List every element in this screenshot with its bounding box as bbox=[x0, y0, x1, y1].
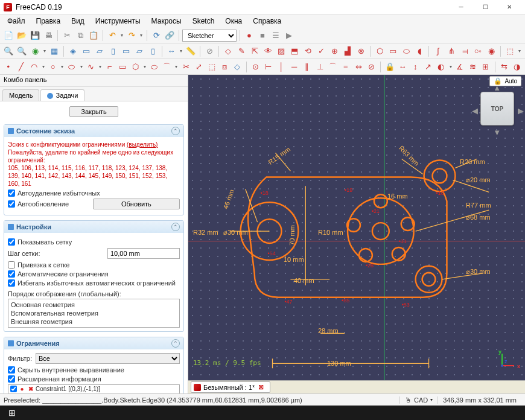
paste-icon[interactable]: 📋 bbox=[88, 30, 100, 42]
dim-l70[interactable]: 70 mm bbox=[288, 225, 296, 246]
extend-icon[interactable]: ⤢ bbox=[193, 61, 205, 73]
ellipse-icon[interactable]: ⬭ bbox=[66, 61, 77, 73]
toggle-active-icon[interactable]: ◑ bbox=[511, 61, 523, 73]
sketch-edit-icon[interactable]: ✎ bbox=[235, 45, 247, 57]
filter-select[interactable]: Все bbox=[36, 353, 180, 364]
close-icon[interactable]: ⊠ bbox=[257, 383, 265, 391]
chevron-down-icon[interactable]: ▾ bbox=[42, 48, 47, 54]
sketch-new-icon[interactable]: ◇ bbox=[222, 45, 234, 57]
construction-icon[interactable]: ◇ bbox=[232, 61, 243, 73]
collapse-icon[interactable]: ⌃ bbox=[171, 127, 180, 135]
tangent-icon[interactable]: ⌒ bbox=[327, 61, 339, 73]
document-tab[interactable]: Безымянный : 1* ⊠ bbox=[191, 381, 270, 393]
dim-r77[interactable]: R77 mm bbox=[466, 202, 491, 209]
bspline-deg-icon[interactable]: ∫ bbox=[432, 45, 444, 57]
menu-help[interactable]: Справка bbox=[248, 16, 286, 27]
vertical-icon[interactable]: │ bbox=[276, 61, 287, 73]
view-bottom-icon[interactable]: ▱ bbox=[133, 45, 145, 57]
new-icon[interactable]: 📄 bbox=[2, 30, 14, 42]
menu-view[interactable]: Вид bbox=[66, 16, 89, 27]
dim-l40[interactable]: 40 mm bbox=[294, 277, 314, 284]
auto-update-checkbox[interactable] bbox=[8, 200, 15, 208]
perpendicular-icon[interactable]: ⊥ bbox=[314, 61, 326, 73]
fillet-icon[interactable]: ⌒ bbox=[161, 61, 173, 73]
snell-icon[interactable]: ≋ bbox=[467, 61, 479, 73]
sketch-validate-icon[interactable]: ✓ bbox=[315, 45, 327, 57]
sketch-reorient-icon[interactable]: ⟲ bbox=[302, 45, 314, 57]
maximize-button[interactable]: ☐ bbox=[473, 1, 497, 14]
coincident-icon[interactable]: ⊙ bbox=[250, 61, 261, 73]
symmetric-icon[interactable]: ⇔ bbox=[352, 61, 364, 73]
solver-select-link[interactable]: (выделить) bbox=[127, 141, 158, 148]
show-grid-checkbox[interactable] bbox=[8, 238, 15, 246]
render-order-list[interactable]: Основная геометрия Вспомогательная геоме… bbox=[8, 299, 180, 328]
carbon-icon[interactable]: ⧈ bbox=[218, 61, 230, 73]
open-icon[interactable]: 📂 bbox=[16, 30, 28, 42]
trim-icon[interactable]: ✂ bbox=[180, 61, 191, 73]
refresh-icon[interactable]: ⟳ bbox=[150, 30, 162, 42]
view-iso-icon[interactable]: ◈ bbox=[67, 45, 79, 57]
sketch-leave-icon[interactable]: ⇱ bbox=[249, 45, 261, 57]
tab-model[interactable]: Модель bbox=[2, 89, 39, 101]
hide-internal-checkbox[interactable] bbox=[8, 366, 15, 374]
menu-macros[interactable]: Макросы bbox=[147, 16, 186, 27]
undo-icon[interactable]: ↶ bbox=[106, 30, 118, 42]
sketch-mirror-icon[interactable]: ▟ bbox=[342, 45, 354, 57]
draw-style-icon[interactable]: ◉ bbox=[29, 45, 41, 57]
profile-hex-icon[interactable]: ⬡ bbox=[374, 45, 386, 57]
dim-l28[interactable]: 28 mm bbox=[318, 327, 339, 334]
bspline-weight-icon[interactable]: ◉ bbox=[485, 45, 497, 57]
macro-play-icon[interactable]: ▶ bbox=[283, 30, 295, 42]
view-right-icon[interactable]: ▯ bbox=[107, 45, 119, 57]
dim-d68[interactable]: ⌀68 mm bbox=[466, 214, 491, 221]
sketch-map-icon[interactable]: ⬒ bbox=[288, 45, 301, 57]
measure-dist-icon[interactable]: ↔ bbox=[165, 45, 177, 57]
auto-remove-checkbox[interactable] bbox=[8, 189, 15, 197]
dim-d30[interactable]: ⌀30 mm bbox=[466, 268, 491, 276]
dim-d30b[interactable]: ⌀30 mm bbox=[223, 229, 248, 237]
chevron-down-icon[interactable]: ▾ bbox=[448, 64, 453, 69]
dim-r32[interactable]: R32 mm bbox=[193, 229, 218, 236]
chevron-down-icon[interactable]: ▾ bbox=[179, 48, 183, 54]
dim-d20[interactable]: ⌀20 mm bbox=[466, 176, 491, 184]
avoid-redundant-checkbox[interactable] bbox=[8, 279, 15, 287]
solver-header[interactable]: Состояние эскиза ⌃ bbox=[4, 125, 183, 137]
update-button[interactable]: Обновить bbox=[93, 199, 180, 209]
dim-l130[interactable]: 130 mm bbox=[327, 360, 351, 367]
workbench-selector[interactable]: Sketcher bbox=[182, 30, 237, 42]
bbox-icon[interactable]: ▦ bbox=[48, 45, 60, 57]
toggle-ref-icon[interactable]: ⇆ bbox=[498, 61, 510, 73]
sketch-view-icon[interactable]: 👁 bbox=[262, 45, 274, 57]
menu-tools[interactable]: Инструменты bbox=[91, 16, 145, 27]
point-obj-icon[interactable]: ⊢ bbox=[262, 61, 274, 73]
sketch-section-icon[interactable]: ▨ bbox=[275, 45, 287, 57]
save-icon[interactable]: 💾 bbox=[29, 30, 41, 42]
auto-constr-checkbox[interactable] bbox=[8, 270, 15, 278]
profile-rect-icon[interactable]: ▭ bbox=[387, 45, 399, 57]
chevron-down-icon[interactable]: ▾ bbox=[60, 64, 65, 69]
bspline-knot-icon[interactable]: ○◦ bbox=[472, 45, 484, 57]
sketch-merge-icon[interactable]: ⊕ bbox=[328, 45, 340, 57]
chevron-down-icon[interactable]: ▾ bbox=[139, 33, 144, 38]
collapse-icon[interactable]: ⌃ bbox=[171, 223, 180, 231]
chevron-down-icon[interactable]: ▾ bbox=[119, 33, 124, 38]
profile-slot-icon[interactable]: ◖ bbox=[413, 45, 425, 57]
collapse-icon[interactable]: ⌃ bbox=[171, 339, 180, 348]
measure-icon[interactable]: 📏 bbox=[185, 45, 197, 57]
macro-stop-icon[interactable]: ■ bbox=[256, 30, 269, 42]
combo-body[interactable]: Закрыть Состояние эскиза ⌃ Эскиз с конфл… bbox=[0, 101, 188, 393]
render-item[interactable]: Внешняя геометрия bbox=[10, 317, 178, 326]
redo-icon[interactable]: ↷ bbox=[126, 30, 138, 42]
bspline-comb-icon[interactable]: ⫤ bbox=[459, 45, 471, 57]
grid-snap-checkbox[interactable] bbox=[8, 261, 15, 269]
minimize-button[interactable]: ─ bbox=[449, 1, 473, 14]
bspline-poly-icon[interactable]: ⋔ bbox=[445, 45, 457, 57]
profile-oval-icon[interactable]: ⬭ bbox=[400, 45, 412, 57]
constraint-list[interactable]: ●✖Constraint1 [(0,3),(-1,1)] ⌀✖Constrain… bbox=[8, 384, 180, 393]
cut-icon[interactable]: ✂ bbox=[61, 30, 73, 42]
vspace-switch-icon[interactable]: ⬚ bbox=[504, 45, 516, 57]
dim-l10[interactable]: 10 mm bbox=[284, 256, 304, 263]
constraint-item[interactable]: ●✖Constraint1 [(0,3),(-1,1)] bbox=[8, 385, 179, 393]
dim-r10[interactable]: R10 mm bbox=[318, 229, 343, 236]
radius-icon[interactable]: ◐ bbox=[435, 61, 447, 73]
